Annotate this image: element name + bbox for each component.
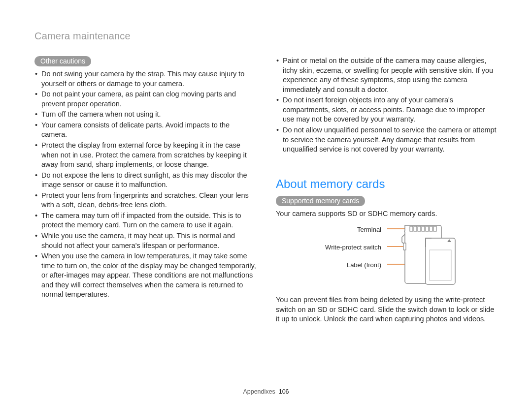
svg-rect-5 bbox=[418, 226, 421, 231]
diagram-label-label-front: Label (front) bbox=[347, 262, 381, 268]
list-item: Paint or metal on the outside of the cam… bbox=[276, 56, 498, 94]
list-item: The camera may turn off if impacted from… bbox=[34, 211, 256, 230]
sd-card-diagram-row: Terminal Write-protect switch Label (fro… bbox=[307, 223, 498, 287]
section-title: Camera maintenance bbox=[34, 31, 498, 47]
diagram-label-terminal: Terminal bbox=[357, 226, 381, 233]
svg-rect-3 bbox=[410, 226, 413, 231]
manual-page: Camera maintenance Other cautions Do not… bbox=[0, 0, 532, 401]
svg-rect-4 bbox=[414, 226, 417, 231]
list-item: When you use the camera in low temperatu… bbox=[34, 251, 256, 300]
footer-section-label: Appendixes bbox=[243, 388, 275, 395]
heading-about-memory-cards: About memory cards bbox=[276, 177, 498, 191]
left-column: Other cautions Do not swing your camera … bbox=[34, 56, 256, 324]
list-item: Do not swing your camera by the strap. T… bbox=[34, 69, 256, 89]
list-item: Do not insert foreign objects into any o… bbox=[276, 95, 498, 124]
two-column-layout: Other cautions Do not swing your camera … bbox=[34, 56, 498, 324]
svg-rect-10 bbox=[403, 243, 406, 250]
page-footer: Appendixes 106 bbox=[0, 388, 532, 395]
pill-other-cautions: Other cautions bbox=[34, 56, 91, 66]
list-item: Turn off the camera when not using it. bbox=[34, 110, 256, 120]
sd-card-diagram-icon bbox=[387, 223, 471, 287]
list-item: Protect your lens from fingerprints and … bbox=[34, 191, 256, 210]
svg-rect-9 bbox=[433, 226, 436, 231]
svg-rect-8 bbox=[430, 226, 432, 231]
footer-page-number: 106 bbox=[279, 388, 289, 395]
memory-cards-intro: Your camera supports SD or SDHC memory c… bbox=[276, 209, 498, 219]
list-item: Do not allow unqualified personnel to se… bbox=[276, 125, 498, 154]
svg-rect-7 bbox=[426, 226, 429, 231]
list-item: Do not paint your camera, as paint can c… bbox=[34, 90, 256, 109]
diagram-label-write-protect: Write-protect switch bbox=[325, 244, 381, 250]
other-cautions-list: Do not swing your camera by the strap. T… bbox=[34, 69, 256, 300]
right-column: Paint or metal on the outside of the cam… bbox=[276, 56, 498, 324]
right-top-list: Paint or metal on the outside of the cam… bbox=[276, 56, 498, 154]
list-item: Protect the display from external force … bbox=[34, 141, 256, 170]
list-item: Do not expose the lens to direct sunligh… bbox=[34, 171, 256, 190]
svg-rect-6 bbox=[422, 226, 425, 231]
memory-cards-outro: You can prevent files from being deleted… bbox=[276, 295, 498, 324]
list-item: While you use the camera, it may heat up… bbox=[34, 231, 256, 250]
list-item: Your camera consists of delicate parts. … bbox=[34, 121, 256, 140]
pill-supported-memory-cards: Supported memory cards bbox=[276, 196, 365, 206]
